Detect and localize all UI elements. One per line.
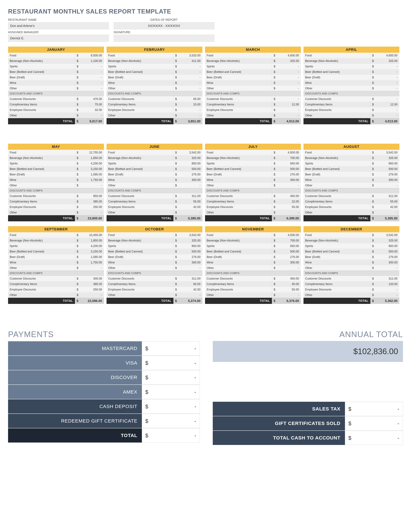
- dates-field[interactable]: XX/XX/XX - XX/XX/XX: [114, 22, 214, 29]
- row-value[interactable]: -: [377, 86, 399, 91]
- row-value[interactable]: -: [377, 75, 399, 80]
- row-value[interactable]: 500.00: [180, 166, 202, 172]
- row-value[interactable]: -: [377, 107, 399, 113]
- row-value[interactable]: 300.00: [180, 177, 202, 183]
- row-value[interactable]: -: [377, 183, 399, 188]
- row-value[interactable]: -: [278, 210, 301, 215]
- row-value[interactable]: 276.00: [278, 254, 301, 260]
- payment-value-box[interactable]: $-: [142, 399, 200, 414]
- row-value[interactable]: 300.00: [81, 276, 104, 281]
- row-value[interactable]: 42.00: [377, 204, 399, 210]
- row-value[interactable]: 325.00: [278, 58, 301, 64]
- row-value[interactable]: -: [81, 210, 104, 215]
- row-value[interactable]: -: [180, 86, 202, 91]
- row-value[interactable]: 45.00: [278, 281, 301, 287]
- row-value[interactable]: 55.00: [278, 287, 301, 292]
- row-value[interactable]: 311.00: [377, 276, 399, 281]
- restaurant-name-field[interactable]: Don and Arlene's: [8, 22, 109, 29]
- row-value[interactable]: -: [377, 287, 399, 292]
- row-value[interactable]: 650.00: [278, 243, 301, 249]
- row-value[interactable]: 1,750.00: [81, 260, 104, 265]
- row-value[interactable]: 300.00: [278, 177, 301, 183]
- row-value[interactable]: 250.00: [81, 287, 104, 292]
- row-value[interactable]: -: [278, 96, 301, 102]
- row-value[interactable]: 4,500.00: [278, 232, 301, 238]
- row-value[interactable]: 3,150.00: [81, 249, 104, 254]
- row-value[interactable]: 12,755.00: [81, 150, 104, 155]
- row-value[interactable]: 500.00: [180, 249, 202, 254]
- row-value[interactable]: 311.00: [180, 276, 202, 281]
- row-value[interactable]: 385.00: [81, 199, 104, 204]
- row-value[interactable]: 65.00: [180, 96, 202, 102]
- row-value[interactable]: 300.00: [278, 260, 301, 265]
- row-value[interactable]: -: [180, 183, 202, 188]
- row-value[interactable]: -: [81, 183, 104, 188]
- row-value[interactable]: 850.00: [81, 193, 104, 199]
- row-value[interactable]: 300.00: [377, 177, 399, 183]
- row-value[interactable]: 3,542.00: [377, 232, 399, 238]
- row-value[interactable]: 500.00: [377, 249, 399, 254]
- row-value[interactable]: 325.00: [377, 155, 399, 161]
- row-value[interactable]: 500.00: [278, 166, 301, 172]
- row-value[interactable]: -: [278, 86, 301, 91]
- row-value[interactable]: -: [377, 96, 399, 102]
- row-value[interactable]: -: [81, 80, 104, 86]
- row-value[interactable]: 4,600.00: [377, 53, 399, 58]
- row-value[interactable]: 32.00: [81, 107, 104, 113]
- row-value[interactable]: 3,542.00: [377, 150, 399, 155]
- row-value[interactable]: -: [81, 64, 104, 69]
- signature-field[interactable]: [114, 35, 214, 42]
- payment-value-box[interactable]: $-: [142, 341, 200, 355]
- row-value[interactable]: -: [180, 107, 202, 113]
- row-value[interactable]: 250.00: [81, 204, 104, 210]
- row-value[interactable]: 3,542.00: [180, 232, 202, 238]
- row-value[interactable]: 1,850.00: [81, 155, 104, 161]
- row-value[interactable]: 55.00: [180, 199, 202, 204]
- row-value[interactable]: -: [278, 265, 301, 271]
- summary-value-box[interactable]: $-: [345, 431, 403, 445]
- row-value[interactable]: -: [278, 64, 301, 69]
- row-value[interactable]: -: [81, 86, 104, 91]
- row-value[interactable]: -: [377, 210, 399, 215]
- row-value[interactable]: 75.00: [81, 102, 104, 107]
- row-value[interactable]: -: [81, 265, 104, 271]
- row-value[interactable]: -: [278, 75, 301, 80]
- row-value[interactable]: -: [278, 80, 301, 86]
- row-value[interactable]: 476.00: [81, 96, 104, 102]
- row-value[interactable]: -: [377, 69, 399, 75]
- row-value[interactable]: -: [278, 183, 301, 188]
- row-value[interactable]: 12.00: [377, 102, 399, 107]
- summary-value-box[interactable]: $-: [345, 416, 403, 430]
- row-value[interactable]: 300.00: [377, 260, 399, 265]
- row-value[interactable]: 8,500.00: [81, 53, 104, 58]
- payment-value-box[interactable]: $-: [142, 356, 200, 370]
- row-value[interactable]: 3,520.00: [180, 53, 202, 58]
- row-value[interactable]: 450.00: [278, 276, 301, 281]
- row-value[interactable]: 1,585.00: [81, 254, 104, 260]
- row-value[interactable]: 385.00: [81, 281, 104, 287]
- row-value[interactable]: 276.00: [180, 172, 202, 177]
- row-value[interactable]: 1,750.00: [81, 177, 104, 183]
- row-value[interactable]: 1,850.00: [81, 238, 104, 243]
- row-value[interactable]: 15.00: [180, 102, 202, 107]
- row-value[interactable]: -: [81, 75, 104, 80]
- row-value[interactable]: -: [278, 292, 301, 298]
- row-value[interactable]: 66.00: [180, 281, 202, 287]
- summary-value-box[interactable]: $-: [345, 402, 403, 416]
- row-value[interactable]: 120.00: [377, 281, 399, 287]
- row-value[interactable]: -: [377, 265, 399, 271]
- row-value[interactable]: -: [81, 292, 104, 298]
- row-value[interactable]: 1,100.00: [81, 58, 104, 64]
- row-value[interactable]: 325.00: [377, 238, 399, 243]
- payment-value-box[interactable]: $-: [142, 370, 200, 384]
- row-value[interactable]: 500.00: [377, 166, 399, 172]
- row-value[interactable]: 55.00: [278, 204, 301, 210]
- row-value[interactable]: 4,500.00: [278, 150, 301, 155]
- row-value[interactable]: 325.00: [377, 58, 399, 64]
- row-value[interactable]: 500.00: [278, 249, 301, 254]
- row-value[interactable]: 4,200.00: [81, 243, 104, 249]
- row-value[interactable]: 10,456.00: [81, 232, 104, 238]
- row-value[interactable]: -: [278, 107, 301, 113]
- row-value[interactable]: 650.00: [278, 161, 301, 166]
- row-value[interactable]: 850.00: [180, 161, 202, 166]
